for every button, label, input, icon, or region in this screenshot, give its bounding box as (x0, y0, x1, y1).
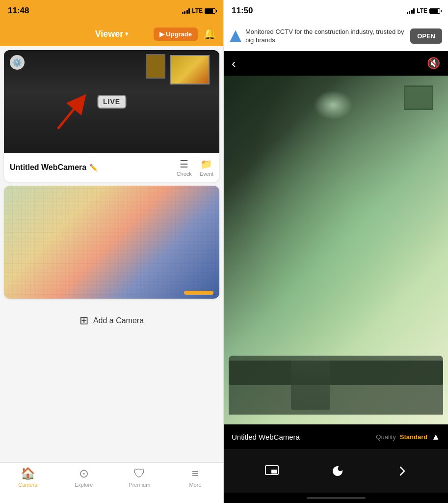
wall-frame (404, 85, 433, 110)
left-panel: 11:48 LTE Viewer ▾ ▶ Upgrade 🔔 (0, 0, 224, 503)
right-lte: LTE (417, 7, 427, 14)
add-camera-section[interactable]: ⊞ Add a Camera (0, 303, 223, 339)
camera-card-2[interactable] (4, 186, 219, 299)
viewer-title-text: Viewer (95, 29, 124, 39)
left-status-icons: LTE (182, 7, 215, 14)
right-signal-bars (407, 8, 415, 14)
viewer-controls-bar: ‹ 🔇 (224, 51, 448, 76)
check-icon: ☰ (180, 158, 188, 170)
event-icon: 📁 (200, 158, 212, 170)
camera-label-bar: Untitled WebCamera Quality Standard ▲ (224, 424, 448, 449)
ad-text: Monitored CCTV for the construction indu… (245, 28, 406, 45)
check-label: Check (177, 171, 192, 177)
bright-spot (314, 90, 353, 120)
r-signal-bar-1 (407, 12, 408, 14)
viewer-title[interactable]: Viewer ▾ (95, 29, 129, 39)
nav-more-label: More (189, 482, 202, 488)
left-signal-bars (182, 8, 190, 14)
back-button[interactable]: ‹ (232, 56, 236, 71)
right-time: 11:50 (232, 6, 253, 16)
r-signal-bar-4 (413, 8, 415, 14)
premium-nav-icon: 🛡 (133, 467, 145, 480)
svg-line-1 (58, 102, 80, 129)
event-label: Event (200, 171, 213, 177)
quality-section[interactable]: Quality Standard ▲ (376, 432, 440, 442)
mute-icon[interactable]: 🔇 (427, 57, 440, 70)
right-battery-icon (429, 8, 440, 14)
right-status-bar: 11:50 LTE (224, 0, 448, 22)
nav-premium[interactable]: 🛡 Premium (112, 467, 168, 488)
cam-label-text: Untitled WebCamera (232, 433, 300, 441)
video-area (224, 76, 448, 424)
sofa-shape (229, 356, 443, 415)
quality-label: Quality (376, 433, 395, 441)
qr-icon: ⊞ (79, 314, 88, 327)
camera-actions: ☰ Check 📁 Event (177, 158, 213, 177)
preview-frame (146, 54, 165, 79)
nav-explore-label: Explore (75, 482, 93, 488)
camera-name: Untitled WebCamera ✏️ (10, 163, 98, 172)
preview-window (170, 55, 210, 84)
right-status-icons: LTE (407, 7, 440, 14)
picture-in-picture-button[interactable] (264, 464, 279, 478)
left-status-bar: 11:48 LTE (0, 0, 223, 22)
quality-value: Standard (400, 433, 427, 441)
person-shape (291, 361, 330, 410)
explore-nav-icon: ⊙ (79, 467, 89, 480)
nav-camera-label: Camera (18, 482, 37, 488)
camera-name-text: Untitled WebCamera (10, 163, 86, 172)
signal-bar-2 (184, 11, 185, 14)
camera-preview-1: ⚙️ LIVE (4, 50, 219, 153)
signal-bar-3 (186, 10, 188, 14)
ad-banner[interactable]: Monitored CCTV for the construction indu… (224, 22, 448, 51)
left-header: Viewer ▾ ▶ Upgrade 🔔 (0, 22, 223, 46)
bell-icon[interactable]: 🔔 (203, 28, 216, 40)
left-battery-fill (205, 9, 213, 13)
event-button[interactable]: 📁 Event (200, 158, 213, 177)
bottom-nav: 🏠 Camera ⊙ Explore 🛡 Premium ≡ More (0, 462, 223, 503)
camera-info: Untitled WebCamera ✏️ ☰ Check 📁 Event (4, 153, 219, 182)
settings-icon[interactable]: ⚙️ (10, 55, 25, 70)
viewer-dropdown-chevron: ▾ (125, 30, 128, 37)
right-battery-fill (430, 9, 438, 13)
pixelated-overlay (4, 186, 219, 299)
upgrade-button[interactable]: ▶ Upgrade (154, 28, 198, 41)
more-nav-icon: ≡ (192, 467, 199, 480)
night-mode-button[interactable] (331, 464, 344, 478)
left-time: 11:48 (8, 6, 29, 16)
r-signal-bar-2 (409, 11, 410, 14)
add-camera-label: Add a Camera (93, 316, 144, 325)
r-signal-bar-3 (411, 10, 413, 14)
video-feed (224, 76, 448, 424)
left-lte: LTE (192, 7, 203, 14)
open-ad-button[interactable]: OPEN (410, 28, 442, 44)
second-preview (4, 186, 219, 299)
bottom-controls (224, 449, 448, 493)
camera-nav-icon: 🏠 (21, 467, 35, 480)
nav-explore[interactable]: ⊙ Explore (56, 467, 112, 488)
check-button[interactable]: ☰ Check (177, 158, 192, 177)
live-badge: LIVE (97, 95, 126, 109)
left-battery-icon (205, 8, 215, 14)
home-indicator-right (224, 493, 448, 503)
signal-bar-1 (182, 12, 184, 14)
home-bar-right (307, 497, 366, 499)
nav-camera[interactable]: 🏠 Camera (0, 467, 56, 488)
orange-bar (184, 291, 213, 295)
camera-card-1[interactable]: ⚙️ LIVE Untitled WebCamera ✏️ (4, 50, 219, 182)
ad-logo-icon (230, 30, 241, 42)
signal-bar-4 (188, 8, 190, 14)
nav-more[interactable]: ≡ More (167, 467, 223, 488)
svg-rect-3 (271, 470, 277, 474)
right-panel: 11:50 LTE Monitored CCTV for the constru… (224, 0, 448, 503)
pencil-icon[interactable]: ✏️ (89, 164, 98, 171)
right-chevron-button[interactable] (396, 465, 408, 477)
expand-icon[interactable]: ▲ (431, 432, 440, 442)
nav-premium-label: Premium (129, 482, 150, 488)
arrow-annotation (53, 94, 92, 134)
